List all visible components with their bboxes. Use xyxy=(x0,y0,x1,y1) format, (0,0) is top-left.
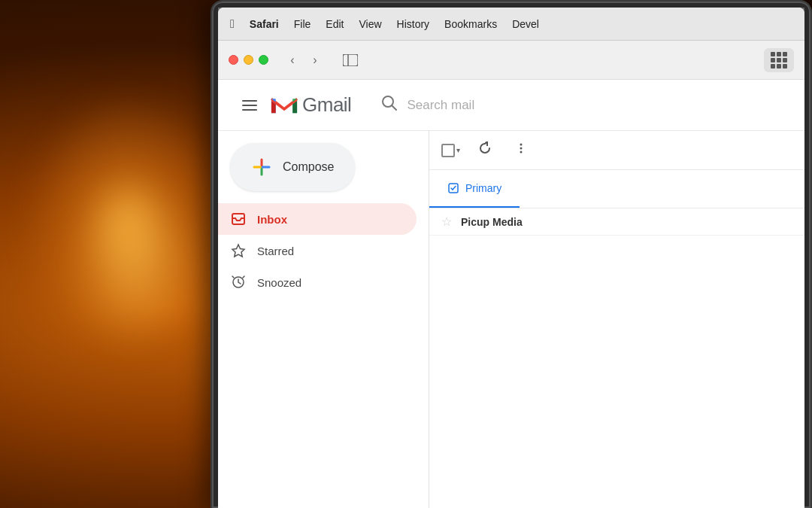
menubar-edit[interactable]: Edit xyxy=(326,18,344,30)
back-button[interactable]: ‹ xyxy=(282,50,303,71)
grid-button[interactable] xyxy=(764,48,794,72)
sidebar-icon xyxy=(343,54,358,66)
search-area[interactable]: Search mail xyxy=(381,95,682,115)
nav-buttons: ‹ › xyxy=(282,50,326,71)
laptop-screen:  Safari File Edit View History Bookmark… xyxy=(218,8,804,508)
svg-line-18 xyxy=(453,187,456,190)
search-placeholder-text: Search mail xyxy=(407,98,474,113)
tab-primary-label: Primary xyxy=(465,182,501,194)
menubar-safari[interactable]: Safari xyxy=(250,18,279,30)
grid-icon xyxy=(771,52,787,68)
chevron-down-icon: ▾ xyxy=(456,146,460,154)
gmail-sidebar: Compose Inbox xyxy=(218,131,429,508)
traffic-lights xyxy=(229,55,268,65)
star-icon[interactable]: ☆ xyxy=(441,214,452,229)
laptop-frame:  Safari File Edit View History Bookmark… xyxy=(211,0,812,508)
apple-logo-icon[interactable]:  xyxy=(230,17,235,31)
gmail-title: Gmail xyxy=(302,93,351,117)
svg-point-15 xyxy=(520,151,523,154)
table-row[interactable]: ☆ Picup Media xyxy=(429,208,804,236)
select-all-checkbox[interactable]: ▾ xyxy=(441,144,460,157)
sidebar-item-starred[interactable]: Starred xyxy=(218,235,417,266)
compose-label: Compose xyxy=(283,160,334,174)
menubar-develop[interactable]: Devel xyxy=(512,18,539,30)
email-sender: Picup Media xyxy=(461,216,551,228)
sidebar-inbox-label: Inbox xyxy=(257,213,287,226)
mac-menubar:  Safari File Edit View History Bookmark… xyxy=(218,8,804,41)
fullscreen-button[interactable] xyxy=(259,55,268,65)
toolbar-right xyxy=(764,48,794,72)
hamburger-icon xyxy=(242,105,257,106)
gmail-logo-area: Gmail xyxy=(269,93,351,117)
sidebar-toggle-button[interactable] xyxy=(338,50,363,71)
star-icon xyxy=(230,242,247,259)
compose-button[interactable]: Compose xyxy=(230,143,355,191)
sidebar-item-inbox[interactable]: Inbox xyxy=(218,203,417,235)
tab-primary[interactable]: Primary xyxy=(429,170,520,208)
checkbox-icon xyxy=(441,144,455,157)
search-icon xyxy=(381,95,398,115)
hamburger-icon xyxy=(242,109,257,111)
gmail-body: Compose Inbox xyxy=(218,131,804,508)
hamburger-icon xyxy=(242,100,257,102)
menubar-file[interactable]: File xyxy=(294,18,311,30)
svg-marker-11 xyxy=(232,245,244,257)
sidebar-snoozed-label: Snoozed xyxy=(257,276,301,289)
hamburger-button[interactable] xyxy=(236,94,263,117)
menubar-view[interactable]: View xyxy=(359,18,381,30)
gmail-area: Gmail Search mail xyxy=(218,80,804,508)
bokeh-light-2 xyxy=(75,188,195,339)
menubar-history[interactable]: History xyxy=(397,18,430,30)
compose-plus-icon xyxy=(251,157,272,178)
close-button[interactable] xyxy=(229,55,238,65)
gmail-header: Gmail Search mail xyxy=(218,80,804,131)
svg-point-14 xyxy=(520,148,523,150)
gmail-main: ▾ xyxy=(429,131,804,508)
sidebar-item-snoozed[interactable]: Snoozed xyxy=(218,266,417,298)
svg-point-13 xyxy=(520,144,523,146)
svg-line-5 xyxy=(392,105,397,110)
refresh-icon xyxy=(478,141,492,155)
refresh-button[interactable] xyxy=(472,138,498,162)
primary-tab-icon xyxy=(447,182,459,194)
safari-toolbar: ‹ › xyxy=(218,41,804,80)
svg-rect-0 xyxy=(343,54,358,66)
inbox-icon xyxy=(230,211,247,227)
more-icon xyxy=(514,141,528,155)
more-options-button[interactable] xyxy=(510,140,532,160)
email-toolbar: ▾ xyxy=(429,131,804,170)
snoozed-icon xyxy=(230,274,247,291)
gmail-m-logo xyxy=(269,94,299,117)
forward-button[interactable]: › xyxy=(304,50,326,71)
sidebar-starred-label: Starred xyxy=(257,245,294,257)
minimize-button[interactable] xyxy=(244,55,253,65)
email-categories: Primary xyxy=(429,170,804,208)
menubar-bookmarks[interactable]: Bookmarks xyxy=(444,18,497,30)
